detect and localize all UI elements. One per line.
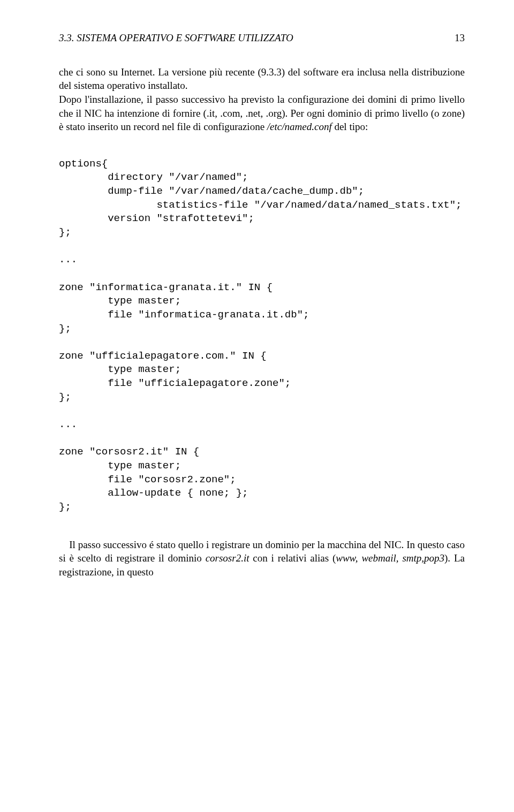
text: che ci sono su Internet. La versione più… <box>59 66 465 92</box>
page-number: 13 <box>455 31 465 45</box>
paragraph-2: Il passo successivo é stato quello i reg… <box>59 538 465 579</box>
text: Dopo l'installazione, il passo successiv… <box>59 94 465 132</box>
domain-name: corsosr2.it <box>206 552 250 564</box>
paragraph-1: che ci sono su Internet. La versione più… <box>59 65 465 134</box>
text: del tipo: <box>332 121 368 132</box>
code-block: options{ directory "/var/named"; dump-fi… <box>59 157 465 514</box>
text: con i relativi alias ( <box>249 552 336 564</box>
config-path: /etc/named.conf <box>267 121 332 132</box>
aliases: www, webmail, smtp,pop3 <box>336 552 444 564</box>
page: 3.3. SISTEMA OPERATIVO E SOFTWARE UTILIZ… <box>0 0 514 812</box>
section-title: 3.3. SISTEMA OPERATIVO E SOFTWARE UTILIZ… <box>59 31 293 45</box>
page-header: 3.3. SISTEMA OPERATIVO E SOFTWARE UTILIZ… <box>59 31 465 45</box>
